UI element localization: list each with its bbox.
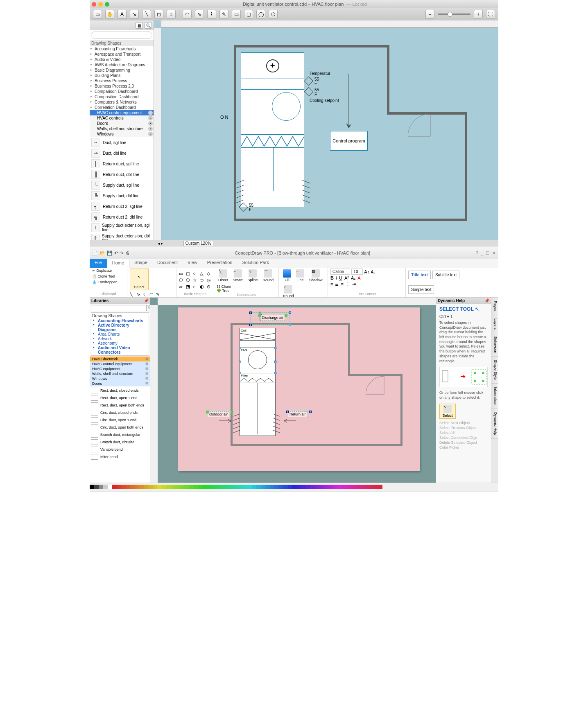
shape-item[interactable]: Circ. duct, closed ends bbox=[90, 409, 150, 416]
return-air-label[interactable]: Return air bbox=[288, 411, 308, 417]
eyedropper-button[interactable]: 💧 Eyedropper bbox=[92, 280, 117, 284]
color-swatch[interactable] bbox=[207, 485, 211, 489]
color-swatch[interactable] bbox=[108, 485, 112, 489]
close-icon[interactable]: × bbox=[148, 132, 153, 136]
color-swatch[interactable] bbox=[315, 485, 319, 489]
color-swatch[interactable] bbox=[94, 485, 99, 489]
spline-connector-button[interactable]: ∿Spline bbox=[246, 269, 260, 283]
color-swatch[interactable] bbox=[189, 485, 193, 489]
shape-icon[interactable]: ◐ bbox=[200, 284, 206, 289]
italic-button[interactable]: I bbox=[336, 275, 337, 281]
superscript-button[interactable]: A² bbox=[344, 275, 349, 281]
color-swatch[interactable] bbox=[211, 485, 216, 489]
side-tab[interactable]: Pages bbox=[491, 298, 498, 315]
category-item[interactable]: Accounting Flowcharts bbox=[90, 46, 154, 52]
color-swatch[interactable] bbox=[121, 485, 126, 489]
fill-button[interactable]: Fill bbox=[281, 269, 293, 283]
outdoor-air-label[interactable]: Outdoor air bbox=[208, 411, 229, 417]
color-swatch[interactable] bbox=[112, 485, 117, 489]
category-item[interactable]: Basic Diagramming bbox=[90, 68, 154, 73]
smart-connector-button[interactable]: ⌐Smart bbox=[231, 269, 244, 283]
underline-button[interactable]: U bbox=[339, 275, 342, 281]
line-button[interactable]: ═Line bbox=[294, 269, 306, 283]
color-swatch[interactable] bbox=[144, 485, 148, 489]
color-swatch[interactable] bbox=[139, 485, 144, 489]
color-swatch[interactable] bbox=[153, 485, 157, 489]
shrink-font-icon[interactable]: A↓ bbox=[371, 269, 376, 274]
undo-icon[interactable]: ↶ bbox=[114, 251, 118, 256]
shape-item[interactable]: │Return duct, sgl line bbox=[90, 158, 154, 169]
color-swatch[interactable] bbox=[328, 485, 333, 489]
align-left-button[interactable]: ≡ bbox=[330, 282, 333, 287]
color-swatch[interactable] bbox=[198, 485, 202, 489]
color-swatch[interactable] bbox=[324, 485, 328, 489]
library-item[interactable]: HVAC controls× bbox=[90, 115, 154, 121]
subscript-button[interactable]: A₂ bbox=[351, 275, 355, 281]
category-item[interactable]: Composition Dashboard bbox=[90, 94, 154, 99]
search-tab[interactable]: 🔍 bbox=[145, 22, 152, 29]
maximize-icon[interactable]: ☐ bbox=[486, 251, 490, 256]
color-swatch[interactable] bbox=[220, 485, 225, 489]
open-library-item[interactable]: HVAC ductwork⊠ bbox=[90, 357, 150, 361]
shape-item[interactable]: Circ. duct, open both ends bbox=[90, 424, 150, 431]
color-swatch[interactable] bbox=[234, 485, 238, 489]
color-swatch[interactable] bbox=[126, 485, 130, 489]
shape-icon[interactable]: ⬡ bbox=[186, 278, 192, 283]
curve-tool[interactable]: ∿ bbox=[195, 10, 204, 19]
color-swatch[interactable] bbox=[274, 485, 279, 489]
color-swatch[interactable] bbox=[171, 485, 175, 489]
tool-icon[interactable]: ╲ bbox=[130, 292, 136, 297]
close-icon[interactable]: × bbox=[148, 111, 153, 115]
print-icon[interactable]: 🖨 bbox=[125, 251, 129, 256]
color-swatch[interactable] bbox=[297, 485, 301, 489]
polygon-tool[interactable]: ⬠ bbox=[269, 10, 278, 19]
text-tool[interactable]: A bbox=[118, 10, 127, 19]
ribbon-tab[interactable]: Solution Park bbox=[237, 259, 274, 268]
category-item[interactable]: Computers & Networks bbox=[90, 99, 154, 105]
drawing-canvas[interactable]: O N + Temperatur bbox=[154, 20, 498, 240]
shape-icon[interactable]: ▱ bbox=[179, 284, 185, 289]
color-swatch[interactable] bbox=[117, 485, 121, 489]
help-icon[interactable]: ? bbox=[476, 251, 478, 256]
shape-icon[interactable]: ⌂ bbox=[193, 284, 199, 289]
library-item[interactable]: Walls, shell and structure× bbox=[90, 126, 154, 131]
bold-button[interactable]: B bbox=[330, 275, 334, 281]
category-item[interactable]: AWS Architecture Diagrams bbox=[90, 62, 154, 68]
simple-text-preset[interactable]: Simple text bbox=[408, 285, 434, 294]
category-item[interactable]: Correlation Dashboard bbox=[90, 105, 154, 110]
color-swatch[interactable] bbox=[369, 485, 373, 489]
color-swatch[interactable] bbox=[351, 485, 355, 489]
category-item[interactable]: Building Plans bbox=[90, 73, 154, 78]
zoom-out-button[interactable]: − bbox=[425, 10, 434, 19]
color-swatch[interactable] bbox=[202, 485, 207, 489]
shape-item[interactable]: └Supply duct, sgl line bbox=[90, 180, 154, 190]
color-swatch[interactable] bbox=[310, 485, 315, 489]
save-icon[interactable]: 💾 bbox=[107, 251, 113, 256]
color-swatch[interactable] bbox=[216, 485, 220, 489]
shape-icon[interactable]: ⬔ bbox=[186, 284, 192, 289]
color-swatch[interactable] bbox=[279, 485, 283, 489]
zoom-display[interactable]: Custom 120% bbox=[183, 241, 213, 246]
shape-item[interactable]: ⇑Supply duct extension, dbl line bbox=[90, 233, 154, 240]
pointer-tool[interactable]: ▭ bbox=[93, 10, 102, 19]
color-swatch[interactable] bbox=[175, 485, 180, 489]
subtitle-text-preset[interactable]: Subtitle text bbox=[432, 271, 459, 279]
pen-tool[interactable]: ✎ bbox=[219, 10, 228, 19]
color-swatch[interactable] bbox=[360, 485, 364, 489]
library-item[interactable]: Windows× bbox=[90, 131, 154, 137]
shape-icon[interactable]: △ bbox=[200, 271, 206, 276]
close-icon[interactable]: ✕ bbox=[492, 251, 496, 256]
color-swatch[interactable] bbox=[288, 485, 292, 489]
side-tab[interactable]: Dynamic Help bbox=[491, 409, 498, 439]
shape-icon[interactable]: ▭ bbox=[179, 271, 185, 276]
open-library-item[interactable]: Windows⊠ bbox=[90, 376, 150, 381]
shape-item[interactable]: ╚Supply duct, dbl line bbox=[90, 190, 154, 201]
color-swatch[interactable] bbox=[180, 485, 184, 489]
color-swatch[interactable] bbox=[301, 485, 306, 489]
oval-tool[interactable]: ◯ bbox=[256, 10, 265, 19]
close-icon[interactable]: × bbox=[148, 126, 153, 131]
color-swatch[interactable] bbox=[283, 485, 288, 489]
shape-item[interactable]: Branch duct, rectangular bbox=[90, 431, 150, 438]
select-button[interactable]: ↖Select bbox=[439, 404, 456, 419]
pin-icon[interactable]: 📌 bbox=[144, 298, 149, 303]
